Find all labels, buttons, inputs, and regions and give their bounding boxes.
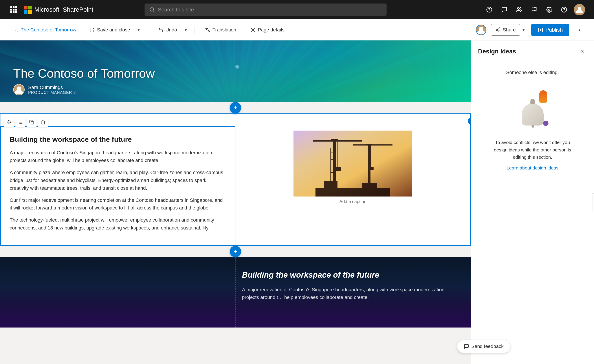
- svg-line-25: [497, 30, 499, 31]
- design-panel-close-button[interactable]: [577, 46, 587, 56]
- design-panel-title: Design ideas: [478, 48, 516, 55]
- page-tab[interactable]: The Contoso of Tomorrow: [9, 25, 81, 35]
- hero-content: The Contoso of Tomorrow Sara Cummings PR…: [13, 66, 155, 95]
- svg-rect-48: [369, 167, 374, 170]
- publish-button[interactable]: Publish: [531, 24, 569, 36]
- panel-side-button[interactable]: [592, 193, 594, 211]
- svg-rect-41: [313, 140, 362, 142]
- design-panel: Design ideas Someone else is editing.: [471, 40, 594, 364]
- add-section-bottom-wrapper: +: [0, 246, 471, 257]
- dashed-divider: [235, 257, 236, 328]
- send-feedback-label: Send feedback: [471, 344, 504, 349]
- move-tool-button[interactable]: [4, 117, 14, 127]
- collapse-panel-button[interactable]: [574, 24, 585, 36]
- svg-rect-47: [371, 146, 371, 167]
- microsoft-text: Microsoft: [34, 6, 59, 13]
- svg-point-24: [499, 31, 500, 32]
- delete-tool-button[interactable]: [38, 117, 48, 127]
- add-section-top-wrapper: +: [0, 102, 471, 113]
- copy-tool-button[interactable]: [27, 117, 36, 127]
- page-tab-label: The Contoso of Tomorrow: [21, 27, 76, 33]
- svg-rect-46: [353, 144, 392, 146]
- purple-dot: [543, 121, 548, 126]
- svg-line-10: [153, 11, 155, 12]
- help-icon[interactable]: [484, 4, 495, 15]
- toolbar-right: Share ▾ Publish: [476, 24, 585, 36]
- microsoft-logo[interactable]: Microsoft SharePoint: [24, 6, 93, 14]
- question-icon[interactable]: [559, 4, 569, 15]
- add-section-top-button[interactable]: +: [230, 102, 241, 113]
- top-navigation: Microsoft SharePoint: [0, 0, 594, 19]
- image-column[interactable]: Add a caption: [235, 126, 470, 245]
- svg-rect-7: [13, 11, 14, 13]
- svg-rect-0: [10, 6, 12, 8]
- undo-label: Undo: [165, 27, 177, 33]
- svg-rect-1: [13, 6, 14, 8]
- search-input[interactable]: [158, 7, 382, 13]
- bell-clapper: [532, 125, 534, 128]
- add-section-bottom-button[interactable]: +: [230, 246, 241, 257]
- undo-dropdown[interactable]: ▾: [182, 25, 189, 35]
- save-dropdown[interactable]: ▾: [135, 25, 142, 35]
- share-button[interactable]: Share: [491, 24, 520, 36]
- wrap-left-col: [18, 270, 229, 314]
- apps-grid-icon[interactable]: [9, 5, 19, 14]
- page-details-button[interactable]: Page details: [245, 24, 290, 35]
- sharepoint-text: SharePoint: [63, 6, 94, 13]
- bell-body: [522, 104, 544, 126]
- svg-rect-42: [338, 142, 338, 168]
- search-bar[interactable]: [145, 4, 386, 16]
- orange-indicator: [539, 90, 547, 103]
- nav-icons: [484, 4, 585, 15]
- image-caption[interactable]: Add a caption: [339, 199, 366, 204]
- publish-label: Publish: [545, 27, 563, 33]
- chat-icon[interactable]: [499, 4, 510, 15]
- bell-handle: [530, 99, 535, 104]
- svg-rect-53: [336, 148, 336, 188]
- share-dropdown[interactable]: ▾: [520, 25, 527, 35]
- design-panel-header: Design ideas: [471, 40, 594, 61]
- svg-point-20: [252, 29, 254, 31]
- section-heading: Building the workspace of the future: [10, 135, 226, 144]
- section-drag-handle[interactable]: ⋮: [468, 117, 471, 124]
- add-icon-2: +: [234, 248, 237, 255]
- undo-button[interactable]: Undo: [153, 24, 182, 35]
- svg-point-13: [517, 7, 520, 9]
- toolbar: The Contoso of Tomorrow Save and close ▾…: [0, 19, 594, 40]
- svg-rect-51: [362, 183, 377, 197]
- svg-rect-37: [31, 122, 34, 124]
- save-close-button[interactable]: Save and close: [84, 24, 135, 35]
- edit-tool-button[interactable]: [15, 117, 25, 127]
- save-close-label: Save and close: [97, 27, 130, 33]
- section-toolbar: [0, 116, 52, 129]
- add-icon: +: [234, 104, 237, 111]
- edit-section: ⋮ Building the workspace of the future A…: [0, 113, 471, 246]
- flag-icon[interactable]: [529, 4, 540, 15]
- text-column[interactable]: Building the workspace of the future A m…: [0, 126, 235, 245]
- people-icon[interactable]: [514, 4, 525, 15]
- user-avatar[interactable]: [574, 4, 585, 15]
- editing-note: Someone else is editing.: [506, 70, 559, 75]
- bell-illustration: [513, 86, 553, 130]
- svg-line-26: [497, 29, 499, 29]
- hero-section: The Contoso of Tomorrow Sara Cummings PR…: [0, 40, 471, 102]
- send-feedback-button[interactable]: Send feedback: [457, 340, 510, 353]
- svg-point-23: [496, 29, 497, 31]
- collaborator-avatar: [476, 25, 486, 35]
- svg-rect-55: [331, 159, 336, 159]
- section-para2: A community plaza where employees can ga…: [10, 169, 226, 192]
- construction-image: [293, 131, 412, 197]
- translation-button[interactable]: Translation: [200, 24, 242, 35]
- section-para3: Our first major redevelopment is nearing…: [10, 196, 226, 212]
- settings-icon[interactable]: [544, 4, 554, 15]
- wrap-right-col: Building the workspace of the future A m…: [242, 270, 453, 314]
- page-editor[interactable]: The Contoso of Tomorrow Sara Cummings PR…: [0, 40, 471, 364]
- svg-rect-4: [13, 9, 14, 11]
- wrap-text: A major renovation of Contoso's Singapor…: [242, 286, 453, 301]
- wrap-para2: help employees collaborate and create.: [284, 295, 369, 300]
- svg-rect-3: [10, 9, 12, 11]
- design-panel-body: Someone else is editing. To avoid confli…: [471, 61, 594, 179]
- page-details-label: Page details: [258, 27, 284, 33]
- main-area: The Contoso of Tomorrow Sara Cummings PR…: [0, 40, 594, 364]
- learn-design-ideas-link[interactable]: Learn about design ideas: [507, 165, 559, 171]
